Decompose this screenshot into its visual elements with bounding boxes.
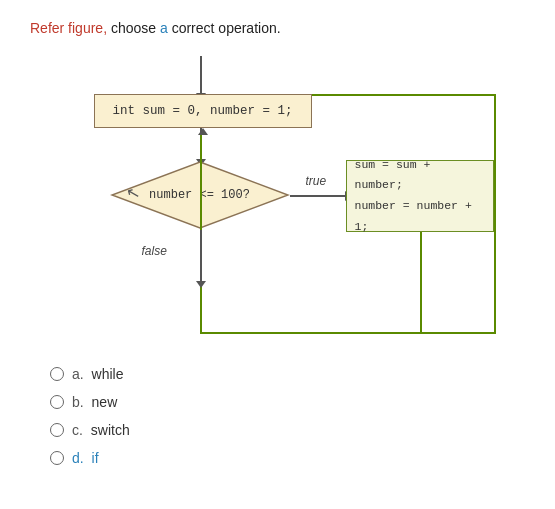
options-container: a. while b. new c. switch d. if (30, 366, 525, 466)
label-false: false (142, 244, 167, 258)
loop-line-bottom (200, 332, 496, 334)
radio-d[interactable] (50, 451, 64, 465)
loop-line-top (312, 94, 496, 96)
arrow-top (200, 56, 202, 94)
option-b-label: b. new (72, 394, 117, 410)
arrow-true (290, 195, 346, 197)
option-b-text: new (92, 394, 118, 410)
option-c[interactable]: c. switch (50, 422, 525, 438)
option-c-label: c. switch (72, 422, 130, 438)
option-a-letter: a. (72, 366, 84, 382)
init-code: int sum = 0, number = 1; (112, 104, 292, 118)
loop-down-arrow (420, 232, 422, 332)
option-d-letter: d. (72, 450, 84, 466)
arrow-false-down (200, 230, 202, 282)
radio-c[interactable] (50, 423, 64, 437)
radio-a[interactable] (50, 367, 64, 381)
loop-body-box: sum = sum + number; number = number + 1; (346, 160, 494, 232)
flowchart-diagram: int sum = 0, number = 1; number <= 100? … (48, 56, 508, 346)
loop-line1: sum = sum + number; (355, 155, 485, 196)
option-b[interactable]: b. new (50, 394, 525, 410)
question-choose: choose (111, 20, 160, 36)
label-true: true (306, 174, 327, 188)
radio-b[interactable] (50, 395, 64, 409)
option-d[interactable]: d. if (50, 450, 525, 466)
loop-line-right (494, 94, 496, 332)
question-text: Refer figure, choose a correct operation… (30, 20, 525, 36)
init-box: int sum = 0, number = 1; (94, 94, 312, 128)
option-c-letter: c. (72, 422, 83, 438)
option-d-label: d. if (72, 450, 99, 466)
option-c-text: switch (91, 422, 130, 438)
option-a-label: a. while (72, 366, 123, 382)
option-d-text: if (92, 450, 99, 466)
option-a[interactable]: a. while (50, 366, 525, 382)
loop-back-arrow (198, 128, 208, 135)
question-refer: Refer figure, (30, 20, 107, 36)
option-a-text: while (92, 366, 124, 382)
option-b-letter: b. (72, 394, 84, 410)
